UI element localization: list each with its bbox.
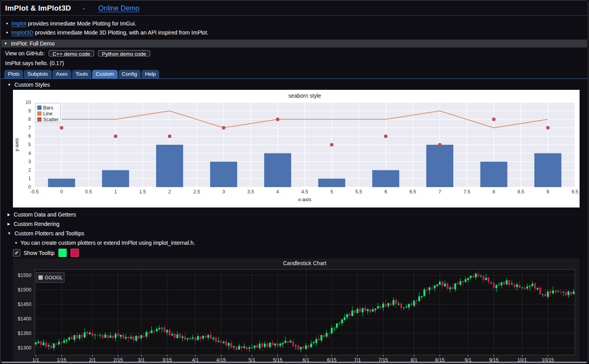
svg-text:3/1: 3/1 — [138, 357, 145, 363]
svg-text:$1350: $1350 — [18, 331, 31, 336]
tab-tools[interactable]: Tools — [72, 70, 92, 78]
svg-text:-0.5: -0.5 — [30, 189, 39, 195]
svg-text:4/1: 4/1 — [192, 357, 198, 363]
plotters-bullet: You can create custom plotters or extend… — [15, 239, 588, 246]
github-label: View on GitHub: — [5, 50, 45, 56]
bullet-icon — [15, 242, 17, 244]
tab-bar: Plots Subplots Axes Tools Custom Config … — [4, 70, 588, 78]
svg-text:2: 2 — [168, 189, 171, 195]
tree-node-label: Custom Plotters and Tooltips — [15, 230, 84, 237]
tree-node-label: Custom Styles — [15, 82, 50, 88]
page-title: ImPlot & ImPlot3D — [5, 4, 71, 13]
tab-bar-underline — [0, 78, 588, 79]
tree-node-custom-plotters[interactable]: ▼ Custom Plotters and Tooltips — [7, 230, 588, 237]
tree-node-custom-data[interactable]: ▶ Custom Data and Getters — [7, 211, 588, 218]
seaborn-plot-canvas[interactable]: -0.500.511.522.533.544.555.566.577.588.5… — [13, 90, 580, 207]
svg-text:8/15: 8/15 — [435, 357, 444, 363]
svg-text:Candlestick Chart: Candlestick Chart — [283, 260, 327, 266]
svg-text:5: 5 — [28, 142, 31, 147]
svg-text:8: 8 — [28, 116, 31, 122]
candlestick-plot-canvas[interactable]: 1/11/152/12/153/13/154/14/155/15/156/16/… — [13, 258, 580, 363]
implot3d-link[interactable]: Implot3D — [11, 29, 33, 36]
svg-text:5/15: 5/15 — [273, 357, 282, 363]
separator — [0, 15, 588, 16]
python-demo-code-button[interactable]: Python demo code — [98, 50, 150, 56]
chevron-right-icon: ▶ — [7, 213, 10, 217]
svg-text:7/1: 7/1 — [354, 357, 361, 363]
chevron-right-icon: ▶ — [7, 222, 10, 226]
svg-text:3: 3 — [222, 189, 225, 195]
collapsing-header-full-demo[interactable]: ▼ ImPlot: Full Demo — [1, 40, 587, 47]
svg-text:6/15: 6/15 — [327, 357, 336, 363]
chevron-down-icon: ▼ — [4, 42, 7, 46]
tree-node-custom-styles[interactable]: ▼ Custom Styles — [7, 81, 588, 88]
candlestick-plot[interactable]: 1/11/152/12/153/13/154/14/155/15/156/16/… — [13, 258, 580, 363]
cpp-demo-code-button[interactable]: C++ demo code — [49, 50, 94, 56]
svg-text:$1300: $1300 — [18, 345, 31, 351]
bullet-icon — [6, 32, 8, 33]
svg-text:x-axis: x-axis — [298, 197, 311, 202]
svg-text:4: 4 — [276, 189, 279, 195]
svg-text:Line: Line — [43, 111, 53, 116]
svg-text:1/15: 1/15 — [57, 357, 66, 363]
svg-text:1: 1 — [114, 189, 117, 195]
svg-text:4.5: 4.5 — [301, 189, 308, 195]
svg-text:8.5: 8.5 — [518, 189, 524, 195]
tab-plots[interactable]: Plots — [4, 70, 23, 78]
svg-text:0.5: 0.5 — [85, 189, 92, 195]
check-icon: ✓ — [15, 250, 19, 255]
svg-text:10: 10 — [25, 100, 31, 105]
seaborn-plot[interactable]: -0.500.511.522.533.544.555.566.577.588.5… — [13, 90, 580, 209]
svg-text:6: 6 — [384, 189, 387, 195]
svg-text:1.5: 1.5 — [139, 189, 146, 195]
implot-demo-window: ImPlot & ImPlot3D - Online Demo Implot p… — [0, 0, 588, 363]
implot-link[interactable]: Implot — [11, 20, 26, 27]
seaborn-legend[interactable]: BarsLineScatter — [35, 103, 60, 122]
tab-help[interactable]: Help — [142, 70, 160, 78]
svg-text:seaborn style: seaborn style — [288, 93, 321, 99]
svg-text:6: 6 — [28, 133, 31, 139]
svg-text:5: 5 — [330, 189, 333, 195]
svg-text:9/15: 9/15 — [489, 357, 498, 363]
show-tooltip-checkbox[interactable]: ✓ — [13, 249, 20, 257]
svg-text:0: 0 — [60, 189, 63, 195]
intro-text: Implot3D provides immediate Mode 3D Plot… — [11, 29, 209, 36]
svg-text:9.5: 9.5 — [571, 189, 578, 195]
svg-text:4: 4 — [28, 151, 31, 156]
tab-axes[interactable]: Axes — [53, 70, 71, 78]
svg-text:8: 8 — [493, 189, 495, 195]
intro-text: Implot provides immediate Mode Plotting … — [11, 20, 136, 27]
candlestick-legend[interactable]: GOOGL — [36, 273, 64, 282]
tab-subplots[interactable]: Subplots — [24, 70, 52, 78]
svg-text:7: 7 — [438, 189, 441, 195]
chevron-down-icon: ▼ — [7, 231, 11, 235]
svg-text:1: 1 — [28, 176, 31, 181]
svg-text:6.5: 6.5 — [409, 189, 416, 195]
online-demo-link[interactable]: Online Demo — [98, 4, 139, 13]
tab-custom[interactable]: Custom — [92, 70, 118, 78]
bull-color-swatch[interactable] — [58, 249, 67, 257]
svg-text:5/1: 5/1 — [249, 357, 255, 363]
svg-text:9: 9 — [28, 108, 31, 114]
svg-text:7.5: 7.5 — [464, 189, 470, 195]
tree-node-label: Custom Rendering — [14, 221, 60, 227]
svg-text:9/1: 9/1 — [465, 357, 471, 363]
titlebar: ImPlot & ImPlot3D - Online Demo — [0, 0, 588, 14]
svg-text:4/15: 4/15 — [216, 357, 226, 363]
svg-text:7: 7 — [28, 125, 31, 131]
tooltip-controls: ✓ Show Tooltip — [13, 249, 588, 257]
tree-node-custom-rendering[interactable]: ▶ Custom Rendering — [7, 220, 588, 228]
tab-config[interactable]: Config — [118, 70, 141, 78]
svg-text:2/1: 2/1 — [89, 357, 96, 363]
svg-text:y-axis: y-axis — [14, 138, 20, 151]
svg-text:GOOGL: GOOGL — [45, 275, 63, 280]
svg-text:3.5: 3.5 — [247, 189, 254, 195]
intro-text-rest: provides immediate Mode 3D Plotting, wit… — [33, 29, 209, 36]
bear-color-swatch[interactable] — [71, 249, 79, 257]
svg-text:10/15: 10/15 — [542, 357, 554, 363]
svg-text:7/15: 7/15 — [378, 357, 388, 363]
svg-text:2/15: 2/15 — [113, 357, 123, 363]
svg-text:$1450: $1450 — [18, 302, 31, 307]
show-tooltip-label: Show Tooltip — [24, 250, 55, 256]
svg-text:$1550: $1550 — [18, 273, 31, 278]
